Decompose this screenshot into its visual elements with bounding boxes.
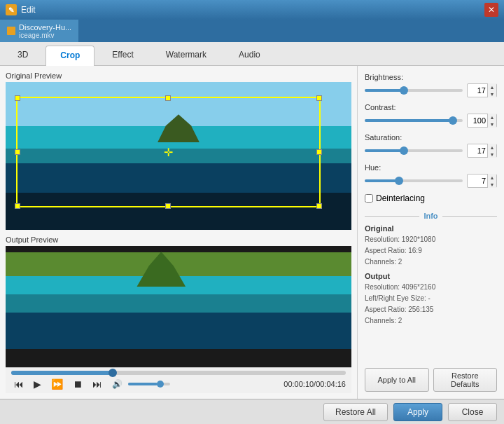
crop-handle-bottomright[interactable] [316,203,322,209]
crop-handle-topright[interactable] [316,95,322,101]
tab-effect[interactable]: Effect [97,45,148,65]
file-tabs: Discovery-Hu... iceage.mkv [0,20,504,42]
tab-audio[interactable]: Audio [224,45,275,65]
output-eye-size: Left/Right Eye Size: - [365,293,497,304]
output-image [6,246,351,368]
hue-control: Hue: ▲ ▼ [365,163,497,188]
contrast-down[interactable]: ▼ [488,121,496,128]
original-aspect: Aspect Ratio: 16:9 [365,245,497,257]
main-container: Discovery-Hu... iceage.mkv 3D Crop Effec… [0,20,504,424]
crop-handle-topleft[interactable] [15,95,20,101]
progress-fill [11,371,111,375]
hue-fill [365,179,399,182]
info-line-left [365,216,419,217]
nav-tabs: 3D Crop Effect Watermark Audio [0,42,504,66]
hue-value-box[interactable]: ▲ ▼ [467,174,497,188]
file-tab-subname: iceage.mkv [19,32,71,39]
brightness-slider-row: ▲ ▼ [365,83,497,97]
info-line-right [442,216,497,217]
brightness-label: Brightness: [365,73,497,81]
progress-thumb[interactable] [108,369,117,377]
crop-overlay[interactable]: ✛ [16,97,321,207]
saturation-value-box[interactable]: ▲ ▼ [467,144,497,158]
content-area: Original Preview [0,66,504,399]
deinterlacing-label[interactable]: Deinterlacing [376,193,425,203]
hue-input[interactable] [468,177,487,185]
progress-bar[interactable] [11,371,346,375]
hue-thumb[interactable] [395,177,403,185]
brightness-down[interactable]: ▼ [488,90,496,97]
hue-up[interactable]: ▲ [488,174,496,181]
original-channels: Channels: 2 [365,257,497,268]
contrast-slider[interactable] [365,119,463,122]
output-info-header: Output [365,272,497,280]
contrast-value-box[interactable]: ▲ ▼ [467,114,497,128]
contrast-up[interactable]: ▲ [488,114,496,121]
apply-to-all-button[interactable]: Apply to All [365,368,429,392]
saturation-slider-row: ▲ ▼ [365,144,497,158]
crop-handle-middleleft[interactable] [15,149,20,155]
preview-area: Original Preview [0,66,357,399]
original-preview-section: Original Preview [6,71,351,230]
output-info-text: Resolution: 4096*2160 Left/Right Eye Siz… [365,282,497,327]
titlebar-title: Edit [21,5,484,15]
restore-all-button[interactable]: Restore All [323,403,388,421]
play-button[interactable]: ▶ [31,378,44,390]
hue-down[interactable]: ▼ [488,181,496,188]
restore-defaults-button[interactable]: Restore Defaults [433,368,498,392]
saturation-input[interactable] [468,146,487,155]
volume-thumb[interactable] [157,381,164,388]
output-resolution: Resolution: 4096*2160 [365,282,497,293]
hue-slider[interactable] [365,179,463,182]
crop-handle-topmiddle[interactable] [165,95,171,101]
brightness-fill [365,89,404,92]
deinterlacing-checkbox[interactable] [365,194,373,203]
tab-3d[interactable]: 3D [3,45,43,65]
brightness-slider[interactable] [365,89,463,92]
brightness-thumb[interactable] [400,86,408,95]
volume-slider[interactable] [128,383,170,385]
contrast-control: Contrast: ▲ ▼ [365,103,497,128]
skip-back-button[interactable]: ⏮ [11,378,27,390]
fast-forward-button[interactable]: ⏩ [48,378,66,390]
tab-watermark[interactable]: Watermark [151,45,221,65]
file-tab-content: Discovery-Hu... iceage.mkv [19,23,71,39]
original-preview-label: Original Preview [6,71,351,80]
deinterlacing-row: Deinterlacing [365,193,497,203]
info-section: Info Original Resolution: 1920*1080 Aspe… [365,212,497,327]
file-icon [7,27,15,35]
saturation-spinners: ▲ ▼ [487,144,496,158]
crop-handle-middleright[interactable] [316,149,322,155]
output-island [136,252,186,287]
saturation-slider[interactable] [365,149,463,152]
volume-icon[interactable]: 🔊 [109,378,125,390]
tab-crop[interactable]: Crop [46,46,94,66]
file-tab-name: Discovery-Hu... [19,23,71,32]
hue-spinners: ▲ ▼ [487,174,496,188]
contrast-label: Contrast: [365,103,497,111]
volume-container: 🔊 [109,378,170,390]
close-window-button[interactable]: ✕ [484,3,498,17]
skip-forward-button[interactable]: ⏭ [90,378,105,390]
close-button[interactable]: Close [448,403,497,421]
crop-handle-bottomleft[interactable] [15,203,20,209]
brightness-value-box[interactable]: ▲ ▼ [467,83,497,97]
file-tab[interactable]: Discovery-Hu... iceage.mkv [0,20,79,42]
saturation-down[interactable]: ▼ [488,151,496,158]
titlebar: ✎ Edit ✕ [0,0,504,20]
stop-button[interactable]: ⏹ [70,378,85,390]
output-channels: Channels: 2 [365,315,497,327]
brightness-up[interactable]: ▲ [488,83,496,90]
crop-handle-bottommiddle[interactable] [165,203,171,209]
output-preview-section: Output Preview ⏮ ▶ ⏩ [6,235,351,394]
info-header: Info [365,212,497,220]
saturation-up[interactable]: ▲ [488,144,496,151]
apply-button[interactable]: Apply [393,403,442,421]
original-image: ✛ [6,82,351,230]
saturation-label: Saturation: [365,133,497,142]
contrast-thumb[interactable] [449,116,457,125]
info-header-label: Info [424,212,438,220]
saturation-thumb[interactable] [400,146,408,155]
contrast-input[interactable] [468,116,487,125]
brightness-input[interactable] [468,86,487,95]
